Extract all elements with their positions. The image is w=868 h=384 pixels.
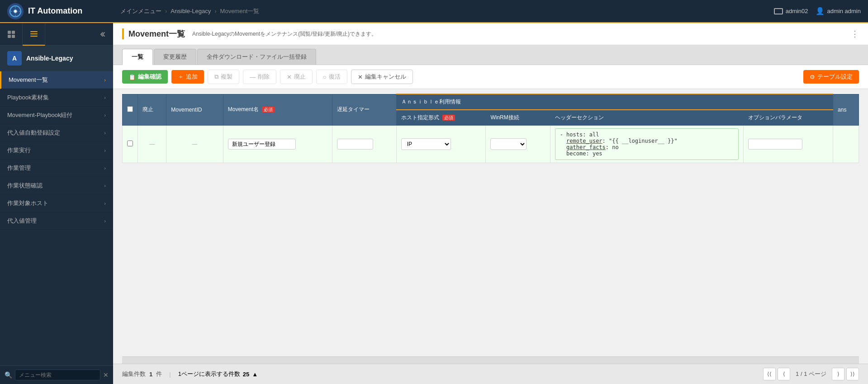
edit-count-label: 編集件数 xyxy=(122,370,146,378)
chevron-up-icon[interactable]: ▲ xyxy=(252,371,258,378)
admin-id: admin02 xyxy=(786,8,808,14)
chevron-right-icon: › xyxy=(104,201,106,206)
col-movement-name: Movement名 必須 xyxy=(223,94,332,126)
content-area: Movement一覧 Ansible-LegacyのMovementをメンテナン… xyxy=(113,23,868,384)
footer-separator: | xyxy=(169,371,171,378)
sidebar-grid-btn[interactable] xyxy=(0,23,23,46)
tab-item[interactable]: 全件ダウンロード・ファイル一括登録 xyxy=(197,49,316,65)
svg-rect-7 xyxy=(30,33,38,34)
sidebar-item[interactable]: 作業実行› xyxy=(0,142,113,159)
menu-item-label: Movement-Playbook紐付 xyxy=(7,111,73,119)
admin-id-area: admin02 xyxy=(774,8,808,14)
option-params-input[interactable] xyxy=(748,139,802,150)
sidebar-item[interactable]: Movement一覧› xyxy=(0,71,113,89)
sidebar-item[interactable]: 作業対象ホスト› xyxy=(0,195,113,212)
menu-item-label: 代入値管理 xyxy=(7,217,37,225)
first-page-btn[interactable]: ⟨⟨ xyxy=(763,368,776,380)
breadcrumb-current: Movement一覧 xyxy=(220,7,260,15)
disable-button[interactable]: ✕ 廃止 xyxy=(280,70,313,84)
header-right: admin02 👤 admin admin xyxy=(774,7,861,15)
svg-rect-5 xyxy=(12,35,15,38)
svg-rect-2 xyxy=(8,31,11,34)
search-icon: 🔍 xyxy=(5,371,12,379)
sidebar-menu: Movement一覧›Playbook素材集›Movement-Playbook… xyxy=(0,71,113,365)
breadcrumb: メインメニュー › Ansible-Legacy › Movement一覧 xyxy=(120,7,774,15)
cancel-button[interactable]: ✕ 編集キャンセル xyxy=(351,70,413,84)
sidebar-list-btn[interactable] xyxy=(23,23,45,46)
sidebar-item[interactable]: Movement-Playbook紐付› xyxy=(0,107,113,124)
row-id: — xyxy=(166,126,223,163)
page-size-area: 1ページに表示する件数 25 ▲ xyxy=(178,370,258,378)
tab-item[interactable]: 変更履歴 xyxy=(154,49,196,65)
monitor-icon xyxy=(774,8,783,14)
page-size-value: 25 xyxy=(243,371,249,378)
restore-icon: ○ xyxy=(323,74,327,80)
table-settings-button[interactable]: ⚙ テーブル設定 xyxy=(803,70,859,84)
table-row: — — IP ホスト名 xyxy=(123,126,859,163)
svg-rect-8 xyxy=(30,36,38,37)
sidebar-collapse-btn[interactable] xyxy=(90,23,113,46)
movement-name-required: 必須 xyxy=(262,107,275,112)
add-icon: ＋ xyxy=(178,73,184,81)
delete-button[interactable]: — 削除 xyxy=(243,70,276,84)
sidebar-item[interactable]: Playbook素材集› xyxy=(0,89,113,107)
chevron-right-icon: › xyxy=(104,77,106,83)
restore-button[interactable]: ○ 復活 xyxy=(316,70,347,84)
next-page-btn[interactable]: ⟩ xyxy=(832,368,844,380)
host-format-select[interactable]: IP ホスト名 xyxy=(401,138,451,150)
col-winrm: WinRM接続 xyxy=(486,110,550,126)
page-menu-button[interactable]: ⋮ xyxy=(851,29,859,39)
sidebar-item[interactable]: 代入値管理› xyxy=(0,212,113,230)
confirm-icon: 📋 xyxy=(128,74,136,80)
horizontal-scrollbar[interactable] xyxy=(122,356,859,364)
tab-item[interactable]: 一覧 xyxy=(122,49,153,65)
settings-icon: ⚙ xyxy=(810,74,815,80)
footer: 編集件数 1 件 | 1ページに表示する件数 25 ▲ ⟨⟨ ⟨ 1 / 1 ペ… xyxy=(113,364,868,384)
page-description: Ansible-LegacyのMovementをメンテナンス(閲覧/登録/更新/… xyxy=(192,30,844,38)
col-header-section: ヘッダーセクション xyxy=(550,110,743,126)
cancel-icon: ✕ xyxy=(358,74,363,80)
row-checkbox[interactable] xyxy=(127,140,133,146)
col-delay-timer: 遅延タイマー xyxy=(332,94,396,126)
sidebar-item[interactable]: 代入値自動登録設定› xyxy=(0,124,113,142)
movement-name-input[interactable] xyxy=(228,139,296,150)
logo-icon xyxy=(7,3,24,19)
app-title: IT Automation xyxy=(28,6,82,16)
remote-user-text: remote_user xyxy=(566,138,602,144)
count-unit: 件 xyxy=(156,370,162,378)
host-format-required: 必須 xyxy=(442,115,455,121)
select-all-checkbox[interactable] xyxy=(127,106,133,112)
menu-item-label: 代入値自動登録設定 xyxy=(7,129,60,137)
last-page-btn[interactable]: ⟩⟩ xyxy=(846,368,859,380)
add-button[interactable]: ＋ 追加 xyxy=(171,70,204,84)
logo-area: IT Automation xyxy=(7,3,120,19)
winrm-select[interactable]: True False xyxy=(490,138,526,150)
delay-timer-input[interactable] xyxy=(337,139,373,150)
col-ans: ans xyxy=(833,94,859,126)
search-clear-btn[interactable]: ✕ xyxy=(103,371,109,379)
sidebar-item[interactable]: 作業管理› xyxy=(0,159,113,177)
svg-point-1 xyxy=(14,10,17,13)
app-name: Ansible-Legacy xyxy=(26,55,73,62)
col-option-params: オプションパラメータ xyxy=(743,110,833,126)
search-input[interactable] xyxy=(15,370,100,380)
header-section-content[interactable]: - hosts: all remote_user: "{{ __loginuse… xyxy=(555,128,739,160)
admin-name: admin admin xyxy=(827,8,861,14)
prev-page-btn[interactable]: ⟨ xyxy=(778,368,790,380)
breadcrumb-main[interactable]: メインメニュー xyxy=(120,7,161,15)
breadcrumb-ansible[interactable]: Ansible-Legacy xyxy=(171,8,211,14)
sidebar: A Ansible-Legacy Movement一覧›Playbook素材集›… xyxy=(0,23,113,384)
page-size-label: 1ページに表示する件数 xyxy=(178,370,240,378)
menu-item-label: Playbook素材集 xyxy=(7,94,49,102)
breadcrumb-arrow1: › xyxy=(165,8,167,14)
admin-name-area: 👤 admin admin xyxy=(816,7,861,15)
page-current: 1 xyxy=(796,370,799,377)
copy-button[interactable]: ⧉ 複製 xyxy=(208,70,239,84)
page-navigation: ⟨⟨ ⟨ 1 / 1 ページ ⟩ ⟩⟩ xyxy=(763,368,859,380)
menu-item-label: 作業状態確認 xyxy=(7,182,43,190)
confirm-button[interactable]: 📋 編集確認 xyxy=(122,70,168,84)
page-total: 1 xyxy=(804,370,807,377)
col-checkbox xyxy=(123,94,138,126)
chevron-right-icon: › xyxy=(104,95,106,100)
sidebar-item[interactable]: 作業状態確認› xyxy=(0,177,113,195)
